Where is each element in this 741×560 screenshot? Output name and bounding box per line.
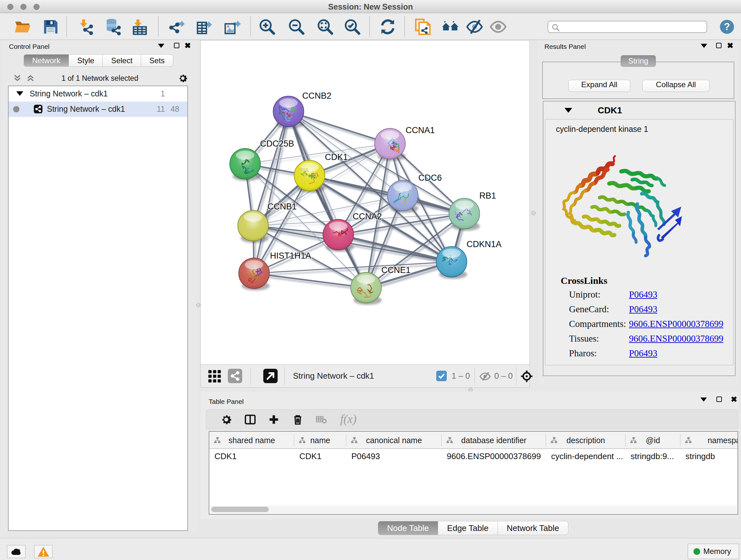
crosslink-link[interactable]: P06493 [629,348,657,359]
vertical-splitter-handle[interactable] [531,211,536,215]
save-session-icon[interactable] [42,17,60,36]
float-panel-icon[interactable] [700,397,707,404]
tab-select[interactable]: Select [103,54,141,67]
node-HIST1H1A[interactable] [239,258,269,289]
create-column-icon[interactable] [267,413,280,427]
tab-sets[interactable]: Sets [141,54,173,67]
maximize-panel-icon[interactable] [174,43,179,50]
tab-style[interactable]: Style [69,54,103,67]
node-CCNA2[interactable] [323,219,354,250]
show-all-networks-icon[interactable] [441,17,460,36]
node-CDC6[interactable] [387,180,418,211]
node-CCNE1[interactable] [351,272,381,303]
table-cell[interactable]: 9606.ENSP00000378699 [447,451,545,461]
node-CDC25B[interactable] [230,148,260,179]
scrollbar-thumb[interactable] [211,507,269,512]
delete-column-icon[interactable] [291,413,304,427]
column-header-namespace[interactable]: namespace [680,432,738,449]
search-input[interactable] [548,21,707,33]
table-cell[interactable]: P06493 [351,451,441,461]
tab-network[interactable]: Network [23,54,69,67]
node-label-HIST1H1A: HIST1H1A [270,251,311,260]
selected-checkbox-icon[interactable] [436,371,447,381]
table-cell[interactable]: CDK1 [214,451,293,461]
network-view[interactable]: CCNB2CCNA1CDC25BCDK1CDC6RB1CCNB1CCNA2CDK… [200,40,530,388]
edge-CCNB2-CCNA1[interactable] [288,111,390,144]
table-options-gear-icon[interactable] [220,413,232,427]
network-selection-status: 1 of 1 Network selected [8,74,192,83]
network-collection-row[interactable]: String Network – cdk1 1 [9,86,187,102]
crosslink-link[interactable]: P06493 [629,289,657,300]
zoom-in-icon[interactable] [258,17,276,36]
expand-all-button[interactable]: Expand All [568,80,630,92]
node-CDKN1A[interactable] [436,246,467,277]
warnings-button[interactable] [34,545,53,558]
maximize-panel-icon[interactable] [717,396,722,403]
open-in-window-icon[interactable] [263,369,278,383]
node-CCNB1[interactable] [238,210,268,241]
center-view-icon[interactable] [520,369,534,384]
close-panel-icon[interactable]: ✖ [727,41,733,48]
vertical-splitter-handle[interactable] [196,303,200,307]
network-canvas[interactable]: CCNB2CCNA1CDC25BCDK1CDC6RB1CCNB1CCNA2CDK… [201,41,529,364]
zoom-fit-icon[interactable] [316,17,334,36]
float-panel-icon[interactable] [158,44,164,51]
column-header-canonical-name[interactable]: canonical name [346,432,442,449]
toolbar-separator [284,367,285,385]
export-table-icon[interactable] [195,17,214,36]
float-panel-icon[interactable] [701,44,707,51]
collapse-all-button[interactable]: Collapse All [643,80,710,92]
refresh-icon[interactable] [379,17,397,36]
zoom-out-icon[interactable] [287,17,306,36]
title-bar: Session: New Session [0,0,741,13]
node-CDK1[interactable] [294,160,325,191]
column-header-shared-name[interactable]: shared name [209,432,294,449]
import-network-from-database-icon[interactable] [104,17,122,36]
node-CCNB2[interactable] [273,96,304,127]
table-horizontal-scrollbar[interactable] [210,506,737,513]
node-RB1[interactable] [449,198,480,229]
column-header-name[interactable]: name [294,432,346,449]
tab-edge-table[interactable]: Edge Table [438,521,498,535]
tab-string[interactable]: String [621,55,656,67]
column-header--id[interactable]: @id [625,432,680,449]
hide-selected-icon[interactable] [465,17,484,36]
help-button[interactable]: ? [720,20,734,34]
tab-network-table[interactable]: Network Table [498,521,568,535]
collection-expander-icon[interactable] [16,91,23,96]
table-cell[interactable]: stringdb [685,451,738,461]
cloud-button[interactable] [7,545,25,558]
network-row[interactable]: String Network – cdk1 11 48 [9,102,187,117]
crosslink-link[interactable]: 9606.ENSP00000378699 [629,319,724,329]
export-image-icon[interactable] [223,17,242,36]
export-network-icon[interactable] [167,17,186,36]
crosslink-label: Pharos: [569,348,597,359]
open-session-icon[interactable] [13,17,32,36]
table-cell[interactable]: CDK1 [299,451,345,461]
import-table-icon[interactable] [130,17,149,36]
copy-style-icon[interactable] [414,17,432,36]
gene-expander-icon[interactable] [564,108,572,113]
crosslink-link[interactable]: P06493 [629,304,657,314]
edge-CCNB2-CCNE1[interactable] [288,111,366,288]
crosslink-link[interactable]: 9606.ENSP00000378699 [629,333,724,344]
gene-header[interactable]: CDK1 [544,102,734,119]
table-cell[interactable]: stringdb:9... [630,451,679,461]
import-network-icon[interactable] [77,17,95,36]
memory-button[interactable]: Memory [688,544,739,559]
zoom-selected-icon[interactable] [343,17,361,36]
network-edges [245,111,464,288]
share-network-icon[interactable] [228,369,242,383]
show-column-panel-icon[interactable] [244,413,257,427]
tab-node-table[interactable]: Node Table [378,521,438,535]
network-options-gear-icon[interactable] [178,73,188,85]
maximize-panel-icon[interactable] [716,43,722,50]
table-cell[interactable]: cyclin-dependent ... [551,451,624,461]
column-header-database-identifier[interactable]: database identifier [442,432,546,449]
close-panel-icon[interactable]: ✖ [731,395,737,402]
node-CCNA1[interactable] [375,128,405,159]
birds-eye-view-icon[interactable] [207,369,222,385]
close-panel-icon[interactable]: ✖ [185,41,191,48]
show-eye-icon[interactable] [489,17,508,36]
column-header-description[interactable]: description [546,432,625,449]
